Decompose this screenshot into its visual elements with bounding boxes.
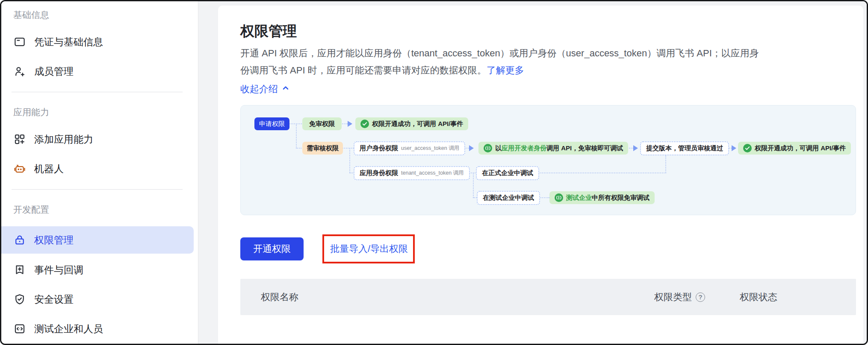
connector: [665, 155, 666, 173]
flow-node-no-review: 免审权限: [302, 117, 342, 130]
flow-node-label: 权限开通成功，可调用 API/事件: [372, 120, 463, 128]
shield-check-icon: [13, 293, 26, 306]
sidebar-divider: [12, 92, 183, 92]
sidebar-item-label: 添加应用能力: [34, 133, 93, 146]
flow-node-label: 在测试企业中调试: [483, 194, 534, 202]
question-circle-icon[interactable]: ?: [696, 292, 705, 302]
flow-node-user-permission: 用户身份权限 user_access_token 调用: [354, 141, 465, 155]
flow-node-official-debug: 在正式企业中调试: [476, 166, 539, 180]
flow-node-tenant-permission: 应用身份权限 tenant_access_token 调用: [354, 166, 470, 180]
description-line2: 份调用飞书 API 时，应用可能还需要申请对应的数据权限。: [240, 65, 487, 76]
sidebar-item-label: 安全设置: [34, 293, 74, 306]
collapse-intro-label: 收起介绍: [240, 83, 278, 96]
flow-node-submit-version: 提交版本，管理员审核通过: [640, 141, 729, 155]
flow-node-label: 测试企业中所有权限免审调试: [566, 194, 650, 202]
sidebar-divider: [12, 189, 183, 190]
sidebar-item-label: 机器人: [34, 162, 64, 175]
chevron-up-icon: [281, 84, 290, 95]
sidebar-item-bot[interactable]: 机器人: [1, 158, 198, 180]
action-bar: 开通权限 批量导入/导出权限: [240, 237, 863, 260]
sidebar-item-credentials[interactable]: 凭证与基础信息: [1, 31, 198, 53]
permission-flow-diagram: 申请权限 免审权限 权限开通成功，可调用 API/事件 需审核权限 用户身份权限…: [240, 105, 856, 215]
grid-add-icon: [13, 133, 26, 146]
sidebar-item-test-company[interactable]: 测试企业和人员: [1, 318, 198, 340]
arrow-right-icon: [348, 121, 352, 127]
open-permission-button[interactable]: 开通权限: [240, 237, 304, 260]
api-circle-icon: [555, 193, 563, 202]
connector: [349, 148, 350, 173]
sidebar-item-add-capability[interactable]: 添加应用能力: [1, 128, 198, 150]
learn-more-link[interactable]: 了解更多: [487, 65, 524, 76]
sidebar-item-label: 测试企业和人员: [34, 322, 103, 336]
permission-table-header: 权限名称 权限类型 ? 权限状态: [240, 279, 856, 315]
robot-icon: [13, 162, 26, 175]
flow-node-note: user_access_token 调用: [401, 145, 459, 152]
flow-node-label: 权限开通成功，可调用 API/事件: [755, 144, 846, 152]
id-card-icon: [13, 35, 26, 48]
connector: [473, 173, 474, 198]
sidebar-item-permissions[interactable]: 权限管理: [1, 226, 194, 254]
arrow-right-icon: [469, 145, 474, 151]
flow-node-label: 以应用开发者身份调用 API，免审核即可调试: [495, 144, 623, 152]
page-description: 开通 API 权限后，应用才能以应用身份（tenant_access_token…: [240, 45, 860, 79]
sidebar: 基础信息 凭证与基础信息 成员管理 应用能力 添加应用能力 机器人: [1, 1, 198, 344]
sidebar-section-dev-config: 开发配置: [13, 204, 198, 216]
flow-node-label: 应用身份权限: [360, 169, 398, 177]
flow-node-success-2: 权限开通成功，可调用 API/事件: [738, 142, 851, 155]
flow-node-apply: 申请权限: [254, 117, 289, 130]
code-box-icon: [13, 322, 26, 335]
column-permission-type: 权限类型 ?: [654, 291, 705, 304]
sidebar-item-label: 事件与回调: [34, 263, 83, 277]
api-circle-icon: [484, 144, 492, 152]
sidebar-item-members[interactable]: 成员管理: [1, 60, 198, 82]
sidebar-section-basic-info: 基础信息: [13, 9, 198, 21]
description-line1: 开通 API 权限后，应用才能以应用身份（tenant_access_token…: [240, 48, 759, 58]
column-label: 权限类型: [654, 291, 692, 304]
sidebar-item-label: 成员管理: [34, 65, 74, 78]
flow-node-label: 在正式企业中调试: [482, 169, 533, 177]
lock-icon: [13, 234, 26, 246]
user-add-icon: [13, 65, 26, 78]
app-window: 基础信息 凭证与基础信息 成员管理 应用能力 添加应用能力 机器人: [0, 0, 868, 345]
check-circle-icon: [743, 144, 752, 152]
arrow-right-icon: [732, 145, 736, 151]
connector: [536, 172, 666, 173]
flow-node-test-debug: 在测试企业中调试: [477, 191, 540, 205]
batch-import-export-wrap: 批量导入/导出权限: [330, 243, 408, 255]
flow-node-success-1: 权限开通成功，可调用 API/事件: [355, 117, 468, 130]
arrow-right-icon: [633, 145, 638, 151]
sidebar-item-security[interactable]: 安全设置: [1, 288, 198, 310]
flow-node-test-all-free: 测试企业中所有权限免审调试: [549, 191, 655, 204]
flow-node-dev-debug: 以应用开发者身份调用 API，免审核即可调试: [478, 142, 628, 155]
page-title: 权限管理: [240, 22, 863, 41]
sidebar-item-label: 凭证与基础信息: [34, 35, 103, 49]
flow-node-label: 用户身份权限: [360, 144, 398, 152]
content-card: 权限管理 开通 API 权限后，应用才能以应用身份（tenant_access_…: [218, 6, 863, 344]
flow-node-note: tenant_access_token 调用: [401, 170, 464, 177]
batch-import-export-button[interactable]: 批量导入/导出权限: [330, 243, 408, 255]
bookmark-add-icon: [13, 263, 26, 276]
collapse-intro-link[interactable]: 收起介绍: [240, 83, 290, 96]
flow-node-label: 提交版本，管理员审核通过: [646, 144, 723, 152]
sidebar-item-label: 权限管理: [34, 234, 74, 247]
sidebar-section-app-capability: 应用能力: [13, 106, 198, 118]
connector: [296, 124, 297, 148]
flow-node-need-review: 需审核权限: [302, 142, 343, 155]
check-circle-icon: [360, 120, 369, 128]
main-area: 权限管理 开通 API 权限后，应用才能以应用身份（tenant_access_…: [198, 1, 867, 344]
sidebar-item-events[interactable]: 事件与回调: [1, 259, 198, 281]
column-permission-status: 权限状态: [740, 291, 777, 304]
column-permission-name: 权限名称: [261, 291, 298, 304]
